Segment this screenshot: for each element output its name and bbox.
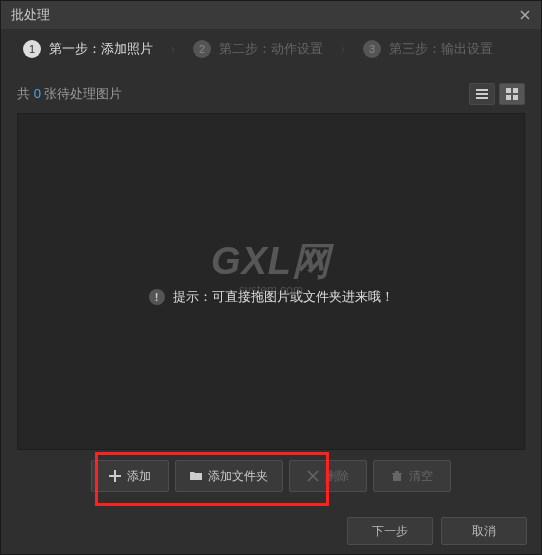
svg-rect-6	[513, 95, 518, 100]
dialog-footer: 下一步 取消	[1, 508, 541, 554]
svg-rect-4	[513, 88, 518, 93]
content-header: 共 0 张待处理图片	[17, 81, 525, 107]
step-num-1: 1	[23, 40, 41, 58]
add-folder-button[interactable]: 添加文件夹	[175, 460, 283, 492]
grid-view-button[interactable]	[499, 83, 525, 105]
delete-label: 删除	[325, 468, 349, 485]
titlebar: 批处理	[1, 1, 541, 29]
clear-label: 清空	[409, 468, 433, 485]
drop-area[interactable]: GXL网 system.com ! 提示：可直接拖图片或文件夹进来哦！	[17, 113, 525, 450]
step-label-3: 第三步：输出设置	[389, 40, 493, 58]
list-view-button[interactable]	[469, 83, 495, 105]
step-label-2: 第二步：动作设置	[219, 40, 323, 58]
next-button[interactable]: 下一步	[347, 517, 433, 545]
close-icon	[520, 10, 530, 20]
delete-icon	[307, 470, 319, 482]
content-area: 共 0 张待处理图片 GXL网 system.com ! 提示：可直接拖图片或文…	[1, 69, 541, 508]
step-num-3: 3	[363, 40, 381, 58]
step-1[interactable]: 1 第一步：添加照片	[9, 29, 167, 69]
count-prefix: 共	[17, 86, 34, 101]
close-button[interactable]	[509, 1, 541, 29]
hint-text: 提示：可直接拖图片或文件夹进来哦！	[173, 288, 394, 306]
count-number: 0	[34, 86, 41, 101]
trash-icon	[391, 470, 403, 482]
action-row: 添加 添加文件夹 删除 清空	[17, 450, 525, 498]
step-label-1: 第一步：添加照片	[49, 40, 153, 58]
count-suffix: 张待处理图片	[41, 86, 123, 101]
clear-button[interactable]: 清空	[373, 460, 451, 492]
info-icon: !	[149, 289, 165, 305]
step-3[interactable]: 3 第三步：输出设置	[349, 29, 507, 69]
pending-count-label: 共 0 张待处理图片	[17, 85, 122, 103]
add-button[interactable]: 添加	[91, 460, 169, 492]
add-folder-label: 添加文件夹	[208, 468, 268, 485]
plus-icon	[109, 470, 121, 482]
step-num-2: 2	[193, 40, 211, 58]
window-title: 批处理	[11, 6, 50, 24]
folder-icon	[190, 470, 202, 482]
watermark-logo: GXL网	[211, 236, 331, 287]
chevron-right-icon: ›	[171, 42, 175, 56]
hint-row: ! 提示：可直接拖图片或文件夹进来哦！	[149, 288, 394, 306]
add-label: 添加	[127, 468, 151, 485]
svg-rect-5	[506, 95, 511, 100]
svg-rect-3	[506, 88, 511, 93]
svg-rect-0	[476, 89, 488, 91]
batch-dialog: 批处理 1 第一步：添加照片 › 2 第二步：动作设置 › 3 第三步：输出设置…	[0, 0, 542, 555]
step-2[interactable]: 2 第二步：动作设置	[179, 29, 337, 69]
svg-rect-1	[476, 93, 488, 95]
list-icon	[476, 88, 488, 100]
chevron-right-icon: ›	[341, 42, 345, 56]
delete-button[interactable]: 删除	[289, 460, 367, 492]
view-toggle	[469, 83, 525, 105]
wizard-steps: 1 第一步：添加照片 › 2 第二步：动作设置 › 3 第三步：输出设置	[1, 29, 541, 69]
svg-rect-2	[476, 97, 488, 99]
cancel-button[interactable]: 取消	[441, 517, 527, 545]
grid-icon	[506, 88, 518, 100]
